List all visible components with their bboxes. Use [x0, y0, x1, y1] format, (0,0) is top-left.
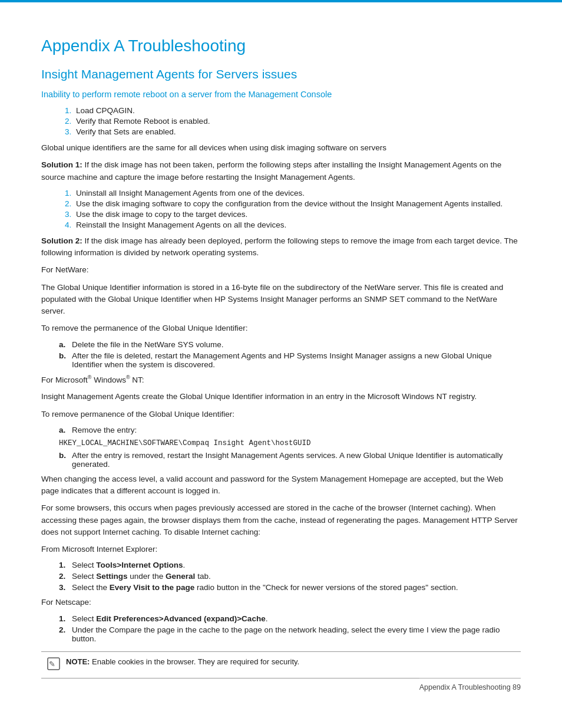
list-item: 1. Select Tools>Internet Options.: [59, 561, 521, 569]
solution2-text: If the disk image has already been deplo…: [41, 236, 518, 257]
substep-label: b.: [59, 351, 68, 369]
netscape-step-label: 2.: [59, 625, 68, 643]
substep-label: a.: [59, 340, 68, 349]
solution1-steps-list: Uninstall all Insight Management Agents …: [74, 189, 521, 229]
subsection-title: Inability to perform remote reboot on a …: [41, 90, 521, 99]
list-item: 1. Select Edit Preferences>Advanced (exp…: [59, 614, 521, 623]
footer-text: Appendix A Troubleshooting 89: [419, 683, 521, 691]
list-item: 2. Select Settings under the General tab…: [59, 572, 521, 581]
for-netscape: For Netscape:: [41, 597, 521, 608]
microsoft-para: Insight Management Agents create the Glo…: [41, 391, 521, 403]
ie-step-label: 2.: [59, 572, 68, 581]
list-item: Use the disk image to copy to the target…: [74, 210, 521, 219]
top-border: [0, 0, 562, 2]
list-item: a. Remove the entry:: [59, 426, 521, 434]
access-level-para: When changing the access level, a valid …: [41, 473, 521, 498]
netscape-step-text: Under the Compare the page in the cache …: [72, 625, 521, 643]
browser-cache-para: For some browsers, this occurs when page…: [41, 502, 521, 538]
netware-substeps-list: a. Delete the file in the NetWare SYS vo…: [59, 340, 521, 369]
solution2-para: Solution 2: If the disk image has alread…: [41, 235, 521, 259]
for-microsoft: For Microsoft® Windows® NT:: [41, 374, 521, 386]
list-item: 2. Under the Compare the page in the cac…: [59, 625, 521, 643]
list-item: b. After the entry is removed, restart t…: [59, 451, 521, 469]
list-item: 3. Select the Every Visit to the page ra…: [59, 583, 521, 592]
substep-text: Remove the entry:: [72, 426, 137, 434]
registry-key: HKEY_LOCAL_MACHINE\SOFTWARE\Compaq Insig…: [59, 439, 521, 447]
list-item: Verify that Remote Reboot is enabled.: [74, 117, 521, 126]
list-item: Uninstall all Insight Management Agents …: [74, 189, 521, 197]
substep-label: a.: [59, 426, 68, 434]
ie-steps-list: 1. Select Tools>Internet Options. 2. Sel…: [59, 561, 521, 592]
to-remove-permanence2: To remove permanence of the Global Uniqu…: [41, 409, 521, 420]
substep-text: After the entry is removed, restart the …: [72, 451, 521, 469]
list-item: a. Delete the file in the NetWare SYS vo…: [59, 340, 521, 349]
substep-label: b.: [59, 451, 68, 469]
solution1-label: Solution 1:: [41, 160, 82, 169]
page-content: Appendix A Troubleshooting Insight Manag…: [0, 19, 562, 702]
footer-divider: [419, 678, 521, 678]
list-item: b. After the file is deleted, restart th…: [59, 351, 521, 369]
page-footer: Appendix A Troubleshooting 89: [419, 678, 521, 691]
from-ie: From Microsoft Internet Explorer:: [41, 543, 521, 555]
solution2-label: Solution 2:: [41, 236, 82, 245]
solution1-text: If the disk image has not been taken, pe…: [41, 160, 501, 181]
initial-steps-list: Load CPQAGIN. Verify that Remote Reboot …: [74, 106, 521, 136]
solution1-para: Solution 1: If the disk image has not be…: [41, 159, 521, 183]
microsoft-substeps-list-b: b. After the entry is removed, restart t…: [59, 451, 521, 469]
note-icon: ✎: [47, 657, 60, 673]
svg-text:✎: ✎: [49, 660, 55, 668]
note-box: ✎ NOTE: Enable cookies in the browser. T…: [41, 651, 521, 678]
netware-para: The Global Unique Identifier information…: [41, 282, 521, 318]
to-remove-permanence: To remove the permanence of the Global U…: [41, 322, 521, 334]
microsoft-substeps-list: a. Remove the entry:: [59, 426, 521, 434]
for-netware: For NetWare:: [41, 264, 521, 276]
page-title: Appendix A Troubleshooting: [41, 37, 521, 55]
netscape-step-label: 1.: [59, 614, 68, 623]
ie-step-label: 3.: [59, 583, 68, 592]
list-item: Use the disk imaging software to copy th…: [74, 199, 521, 208]
list-item: Load CPQAGIN.: [74, 106, 521, 115]
netscape-step-text: Select Edit Preferences>Advanced (expand…: [72, 614, 267, 623]
list-item: Reinstall the Insight Management Agents …: [74, 220, 521, 229]
substep-text: Delete the file in the NetWare SYS volum…: [72, 340, 224, 349]
section-title: Insight Management Agents for Servers is…: [41, 67, 521, 81]
note-text: NOTE: Enable cookies in the browser. The…: [66, 657, 299, 667]
global-uid-para: Global unique identifiers are the same f…: [41, 142, 521, 154]
ie-step-text: Select the Every Visit to the page radio…: [72, 583, 458, 592]
substep-text: After the file is deleted, restart the M…: [72, 351, 521, 369]
netscape-steps-list: 1. Select Edit Preferences>Advanced (exp…: [59, 614, 521, 643]
list-item: Verify that Sets are enabled.: [74, 127, 521, 136]
ie-step-text: Select Settings under the General tab.: [72, 572, 211, 581]
ie-step-text: Select Tools>Internet Options.: [72, 561, 185, 569]
ie-step-label: 1.: [59, 561, 68, 569]
